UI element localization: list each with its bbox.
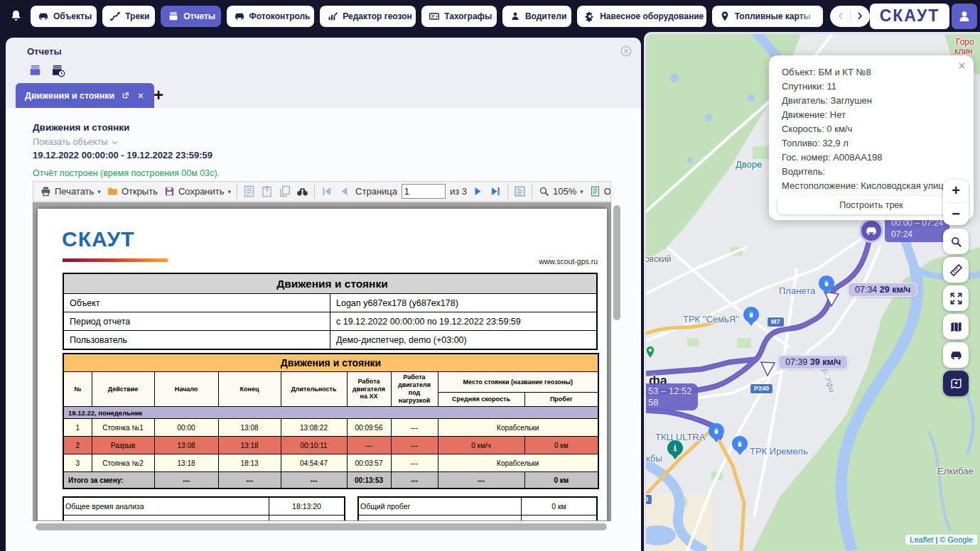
map-search-button[interactable] <box>943 229 969 254</box>
user-profile-button[interactable] <box>952 4 977 29</box>
map-fit-bounds-button[interactable] <box>943 285 969 311</box>
zoom-in-button[interactable]: + <box>943 180 969 202</box>
table-row-break: 2Разрыв 13:0813:18 00:10:11--- ---0 км/ч… <box>63 437 598 454</box>
popup-line-object: Объект: БМ и КТ №8 <box>782 65 964 80</box>
map-attribution: Leaflet | © Google <box>905 535 977 545</box>
geozone-chart-icon <box>327 11 338 22</box>
map-layers-button[interactable] <box>943 314 969 339</box>
badge-time: 07:34 <box>855 285 877 295</box>
zoom-out-button[interactable]: − <box>943 203 969 226</box>
notifications-bell-icon[interactable] <box>9 9 23 23</box>
report-tab-movements-and-stops[interactable]: Движения и стоянки <box>16 83 154 108</box>
tab-reports[interactable]: Отчеты <box>161 6 220 27</box>
previous-page-icon[interactable] <box>338 185 351 198</box>
scout-logo: СКАУТ <box>870 4 949 29</box>
tab-photocontrol[interactable]: Фотоконтроль <box>227 6 315 27</box>
panel-title: Отчеты <box>27 46 62 57</box>
open-button[interactable]: Открыть <box>104 185 161 197</box>
fade-overlay <box>797 6 823 27</box>
monument-icon <box>671 444 679 452</box>
table-row: Общее время анализа18:13:20 <box>63 497 345 515</box>
interval-line: 07:24 <box>891 229 943 240</box>
speed-badge: 07:39 39 км/ч <box>778 355 848 369</box>
map-label-semya: ТРК "СемьЯ" <box>683 314 739 324</box>
road-badge-partial: 0 <box>646 494 652 505</box>
print-button[interactable]: Печатать▾ <box>37 185 104 197</box>
badge-time: 07:39 <box>785 357 807 367</box>
map-ruler-button[interactable] <box>943 257 969 283</box>
map-panel: Дворе овский фа Планета ТРК "СемьЯ" ТКЦ … <box>644 32 980 551</box>
show-objects-label: Показать объекты <box>33 137 107 147</box>
report-period: 19.12.2022 00:00:00 - 19.12.2022 23:59:5… <box>33 150 212 160</box>
map-traffic-button[interactable] <box>943 342 969 368</box>
print-label: Печатать <box>55 186 94 197</box>
table-row: Пробег в разрыве0 км <box>358 515 597 522</box>
copy-pages-icon[interactable] <box>278 185 291 198</box>
tab-drivers[interactable]: Водители <box>502 6 571 27</box>
page-number-input[interactable] <box>402 184 446 199</box>
clipboard-help-icon[interactable] <box>260 185 274 198</box>
scrollbar-thumb[interactable] <box>36 523 607 530</box>
tab-tracks[interactable]: Треки <box>102 6 155 27</box>
close-tab-icon[interactable] <box>136 92 145 100</box>
tab-geozone-editor[interactable]: Редактор геозон <box>320 6 416 27</box>
last-page-icon[interactable] <box>489 185 502 198</box>
table-row: 3Стоянка №2 13:1818:13 04:54:4700:03:57 … <box>63 454 598 472</box>
report-history-button[interactable] <box>49 63 67 77</box>
leaflet-link[interactable]: Leaflet <box>910 535 933 544</box>
map-geozones-button[interactable] <box>943 371 969 396</box>
search-binoculars-icon[interactable] <box>296 185 309 198</box>
report-parameters-icon[interactable] <box>242 185 256 198</box>
shop-poi-marker <box>709 423 724 439</box>
popup-close-icon[interactable] <box>957 60 967 71</box>
page-total: из 3 <box>450 186 467 197</box>
page-view-mode-control[interactable]: Одна страница▾ <box>586 185 611 197</box>
vehicle-marker[interactable] <box>859 219 883 243</box>
report-title: Движения и стоянки <box>33 122 129 133</box>
zoom-control[interactable]: 105%▾ <box>535 185 586 197</box>
scroll-right-icon[interactable] <box>854 11 865 21</box>
add-report-tab-button[interactable]: + <box>154 83 163 107</box>
tab-tachographs[interactable]: Тахографы <box>421 6 497 27</box>
route-icon <box>109 11 121 22</box>
stop-interval-label: 53 – 12:52 58 <box>646 383 698 410</box>
brand-block: СКАУТ <box>870 4 977 29</box>
badge-speed: 39 км/ч <box>810 357 841 367</box>
zoom-value: 105% <box>553 186 576 197</box>
document-website: www.scout-gps.ru <box>436 257 598 266</box>
popup-line-plate: Гос. номер: А008АА198 <box>782 151 964 165</box>
google-link[interactable]: © Google <box>939 535 973 544</box>
save-button[interactable]: Сохранить▾ <box>161 185 234 197</box>
vertical-scrollbar[interactable] <box>613 204 621 521</box>
tab-attached-equipment[interactable]: Навесное оборудование <box>577 6 706 27</box>
panel-close-icon[interactable] <box>620 45 632 58</box>
tab-scroll-arrows <box>830 6 870 27</box>
caret-down-icon: ▾ <box>97 188 101 195</box>
main-table-title: Движения и стоянки <box>63 354 598 372</box>
show-objects-toggle[interactable]: Показать объекты <box>33 137 119 147</box>
report-templates-button[interactable] <box>27 63 43 77</box>
tab-fuel-cards[interactable]: Топливные карты <box>712 6 824 27</box>
shop-poi-marker <box>819 276 834 291</box>
road-badge-r240: Р240 <box>750 383 773 394</box>
scrollbar-thumb[interactable] <box>613 205 620 320</box>
tab-objects[interactable]: Объекты <box>31 6 97 27</box>
next-page-icon[interactable] <box>471 185 485 198</box>
report-page-viewer[interactable]: СКАУТ www.scout-gps.ru Движения и стоянк… <box>33 202 611 521</box>
green-poi-marker <box>646 344 657 360</box>
first-page-icon[interactable] <box>320 185 333 198</box>
search-icon <box>949 235 963 249</box>
open-in-window-icon[interactable] <box>121 91 130 100</box>
view-mode-label: Одна страница <box>604 186 611 197</box>
build-track-button[interactable]: Построить трек <box>777 196 965 214</box>
tachograph-card-icon <box>429 11 440 22</box>
horizontal-scrollbar[interactable] <box>34 523 611 531</box>
map-label-hospital-2: клин <box>954 46 973 56</box>
divider <box>850 11 851 21</box>
continuous-view-icon[interactable] <box>513 185 527 198</box>
scroll-left-icon[interactable] <box>836 11 846 21</box>
document-scout-logo: СКАУТ <box>62 227 135 251</box>
map-canvas[interactable]: Дворе овский фа Планета ТРК "СемьЯ" ТКЦ … <box>646 34 980 551</box>
expand-arrows-icon <box>949 292 963 305</box>
driver-icon <box>510 11 521 22</box>
